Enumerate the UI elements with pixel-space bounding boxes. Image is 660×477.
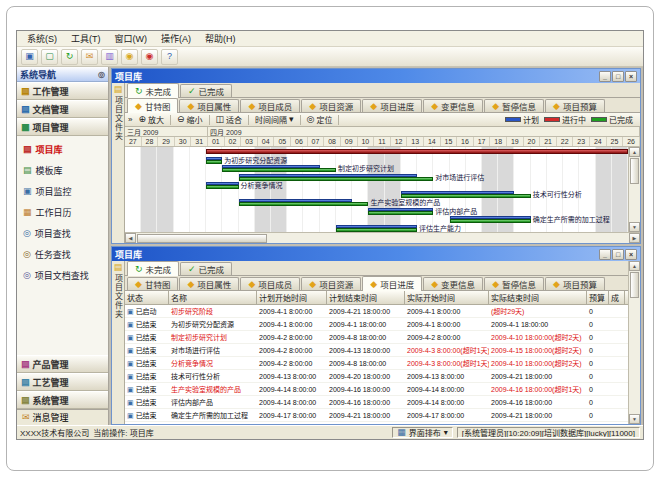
summary-bar[interactable]: [206, 149, 628, 154]
sidebar-nav-item[interactable]: ▣项目监控: [17, 181, 108, 202]
tool-tab[interactable]: ◆项目成员: [240, 277, 300, 290]
locate-button[interactable]: ◎定位: [305, 114, 335, 125]
help-icon[interactable]: ?: [161, 49, 178, 65]
column-header[interactable]: 预算: [587, 291, 609, 304]
actual-bar[interactable]: [336, 228, 417, 232]
table-row[interactable]: ▣已结束为初步研究分配资源2009-4-1 8:00:002009-4-1 18…: [125, 318, 628, 331]
time-interval-button[interactable]: 时间间隔▾: [253, 114, 296, 125]
view-tab[interactable]: ✓已完成: [180, 262, 232, 275]
minimize-button[interactable]: _: [599, 249, 611, 260]
tool-tab[interactable]: ◆甘特图: [127, 277, 178, 290]
sidebar-section[interactable]: ▤产品管理: [17, 355, 108, 373]
tool-tab[interactable]: ◆暂停信息: [484, 277, 544, 290]
actual-bar[interactable]: [368, 211, 433, 215]
menu-item[interactable]: 操作(A): [155, 31, 197, 46]
column-header[interactable]: 实际开始时间: [405, 291, 489, 304]
fit-button[interactable]: ◫适合: [214, 114, 245, 125]
sidebar-nav-item[interactable]: ◎项目文档查找: [17, 265, 108, 286]
gantt-horizontal-scrollbar[interactable]: ◀▶: [125, 232, 640, 243]
table-row[interactable]: ▣已结束分析竞争情况2009-4-2 8:00:002009-4-8 18:00…: [125, 357, 628, 370]
maximize-button[interactable]: □: [612, 249, 624, 260]
sidebar-section[interactable]: ▤系统管理: [17, 391, 108, 409]
table-row[interactable]: ▣已结束制定初步研究计划2009-4-2 8:00:002009-4-8 18:…: [125, 331, 628, 344]
table-row[interactable]: ▣已结束技术可行性分析2009-4-13 8:00:002009-4-20 18…: [125, 370, 628, 383]
scroll-thumb[interactable]: [630, 272, 639, 298]
power-icon[interactable]: ◉: [141, 49, 158, 65]
system-icon[interactable]: ▣: [21, 49, 38, 65]
sidebar-nav-item[interactable]: ▤模板库: [17, 160, 108, 181]
project-folder-tab[interactable]: ▤ 项目文件夹: [112, 261, 125, 424]
tool-tab[interactable]: ◆项目资源: [301, 99, 361, 112]
table-row[interactable]: ▣已结束确定生产所需的加工过程2009-4-17 8:00:002009-4-2…: [125, 409, 628, 422]
actual-bar[interactable]: [239, 202, 369, 206]
table-row[interactable]: ▣已结束生产实验室规模的产品2009-4-14 8:00:002009-4-16…: [125, 383, 628, 396]
sidebar-nav-item[interactable]: ▤项目库: [17, 139, 108, 160]
tool-tab[interactable]: ◆甘特图: [127, 98, 178, 113]
mail-icon[interactable]: ✉: [81, 49, 98, 65]
view-tab[interactable]: ↻未完成: [127, 261, 179, 276]
scroll-down-button[interactable]: ▼: [629, 222, 640, 232]
scroll-thumb[interactable]: [630, 158, 639, 184]
close-button[interactable]: ×: [625, 249, 637, 260]
refresh-icon[interactable]: ↻: [61, 49, 78, 65]
sidebar-section[interactable]: ▦项目管理: [17, 118, 108, 136]
column-header[interactable]: 状态: [125, 291, 169, 304]
tool-tab[interactable]: ◆项目进度: [362, 99, 422, 112]
zoom-out-button[interactable]: ⊖缩小: [175, 114, 205, 125]
view-tab[interactable]: ↻未完成: [127, 83, 179, 98]
project-folder-tab[interactable]: ▤ 项目文件夹: [112, 83, 125, 243]
actual-bar[interactable]: [222, 168, 336, 172]
tool-tab[interactable]: ◆暂停信息: [484, 99, 544, 112]
tool-tab[interactable]: ◆变更信息: [423, 99, 483, 112]
sidebar-nav-item[interactable]: ▦工作日历: [17, 202, 108, 223]
gantt-window-titlebar[interactable]: 项目库 _□×: [112, 69, 640, 83]
scroll-thumb[interactable]: [137, 234, 267, 243]
maximize-button[interactable]: □: [612, 71, 624, 82]
table-row[interactable]: ▣已结束评估内部产品2009-4-14 8:00:002009-4-16 18:…: [125, 396, 628, 409]
column-header[interactable]: 计划开始时间: [257, 291, 327, 304]
sidebar-section[interactable]: ▤文档管理: [17, 100, 108, 118]
sidebar-section[interactable]: ▤工艺管理: [17, 373, 108, 391]
tool-tab[interactable]: ◆项目成员: [240, 99, 300, 112]
sidebar-nav-item[interactable]: ◎项目查找: [17, 223, 108, 244]
menu-item[interactable]: 工具(T): [65, 31, 107, 46]
tool-tab[interactable]: ◆项目进度: [362, 276, 422, 291]
menu-item[interactable]: 系统(S): [21, 31, 63, 46]
column-header[interactable]: 成: [609, 291, 625, 304]
zoom-in-button[interactable]: ⊕放大: [136, 114, 166, 125]
sidebar-section[interactable]: ▤工作管理: [17, 82, 108, 100]
close-button[interactable]: ×: [625, 71, 637, 82]
chart-icon[interactable]: ▥: [101, 49, 118, 65]
layout-selector[interactable]: ▦ 界面排布 ▾: [392, 427, 453, 438]
actual-bar[interactable]: [206, 185, 238, 189]
lock-icon[interactable]: ◉: [121, 49, 138, 65]
column-header[interactable]: 名称: [169, 291, 257, 304]
actual-bar[interactable]: [206, 160, 222, 164]
table-vertical-scrollbar[interactable]: ▲▼: [628, 261, 640, 424]
gantt-chart[interactable]: 为初步研究分配资源制定初步研究计划对市场进行评估分析竞争情况技术可行性分析生产实…: [125, 147, 628, 232]
table-row[interactable]: ▣已启动初步研究阶段2009-4-1 8:00:002009-4-21 18:0…: [125, 305, 628, 318]
scroll-down-button[interactable]: ▼: [629, 414, 640, 424]
column-header[interactable]: 实际结束时间: [489, 291, 587, 304]
scroll-left-button[interactable]: ◀: [125, 233, 136, 243]
tool-tab[interactable]: ◆项目属性: [179, 277, 239, 290]
tool-tab[interactable]: ◆变更信息: [423, 277, 483, 290]
view-tab[interactable]: ✓已完成: [180, 84, 232, 97]
sidebar-tab-messages[interactable]: ✉ 消息管理: [17, 409, 108, 425]
scroll-right-button[interactable]: ▶: [629, 233, 640, 243]
tool-tab[interactable]: ◆项目预算: [545, 99, 605, 112]
menu-item[interactable]: 帮助(H): [199, 31, 242, 46]
tool-tab[interactable]: ◆项目属性: [179, 99, 239, 112]
scroll-up-button[interactable]: ▲: [629, 147, 640, 157]
minimize-button[interactable]: _: [599, 71, 611, 82]
tool-tab[interactable]: ◆项目预算: [545, 277, 605, 290]
menu-item[interactable]: 窗口(W): [109, 31, 154, 46]
sidebar-nav-item[interactable]: ◎任务查找: [17, 244, 108, 265]
gantt-vertical-scrollbar[interactable]: ▲▼: [628, 147, 640, 232]
table-row[interactable]: ▣已结束对市场进行评估2009-4-2 8:00:002009-4-13 18:…: [125, 344, 628, 357]
tool-tab[interactable]: ◆项目资源: [301, 277, 361, 290]
actual-bar[interactable]: [450, 219, 531, 223]
pin-icon[interactable]: ◎: [98, 70, 105, 79]
column-header[interactable]: 计划结束时间: [327, 291, 405, 304]
window-icon[interactable]: ▢: [41, 49, 58, 65]
